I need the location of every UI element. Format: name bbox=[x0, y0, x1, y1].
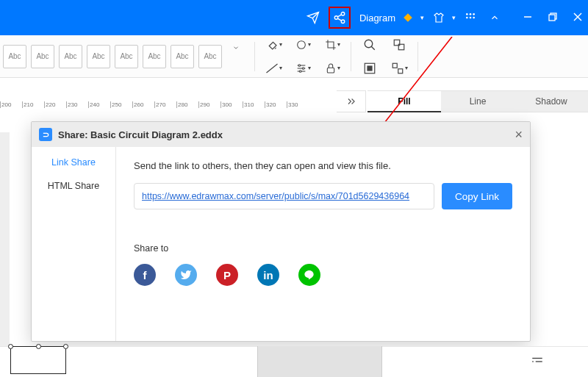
tab-line[interactable]: Line bbox=[441, 91, 514, 112]
collapse-chevron-icon[interactable] bbox=[490, 12, 500, 23]
shirt-icon bbox=[433, 12, 445, 24]
side-panel-tabs: Fill Line Shadow bbox=[368, 90, 588, 112]
svg-point-3 bbox=[466, 13, 468, 15]
selected-shape[interactable] bbox=[10, 346, 66, 374]
style-swatch[interactable]: Abc bbox=[59, 45, 82, 68]
maximize-button[interactable] bbox=[548, 12, 557, 23]
diamond-icon bbox=[403, 12, 413, 23]
crop-icon[interactable]: ▾ bbox=[323, 35, 342, 54]
copy-link-button[interactable]: Copy Link bbox=[442, 183, 512, 209]
horizontal-scrollbar[interactable] bbox=[257, 346, 382, 377]
tab-shadow[interactable]: Shadow bbox=[514, 91, 588, 112]
social-buttons: f P in bbox=[134, 264, 512, 286]
dialog-header: ⊃ Share: Basic Circuit Diagram 2.eddx × bbox=[32, 122, 530, 147]
style-swatch[interactable]: Abc bbox=[115, 45, 138, 68]
svg-line-15 bbox=[266, 64, 277, 73]
svg-point-20 bbox=[302, 67, 304, 69]
pinterest-icon[interactable]: P bbox=[216, 264, 238, 286]
panel-collapse-button[interactable] bbox=[337, 90, 366, 112]
style-swatch[interactable]: Abc bbox=[143, 45, 166, 68]
svg-point-0 bbox=[341, 12, 345, 16]
nav-link-share[interactable]: Link Share bbox=[51, 157, 96, 168]
svg-point-14 bbox=[297, 40, 305, 49]
adjust-icon[interactable]: ▾ bbox=[293, 59, 312, 78]
share-url-field[interactable]: https://www.edrawmax.com/server/public/s… bbox=[134, 183, 434, 209]
select-all-icon[interactable] bbox=[360, 59, 379, 78]
dialog-nav: Link Share HTML Share bbox=[32, 147, 116, 341]
svg-point-21 bbox=[299, 70, 301, 72]
titlebar: Diagram ▾ ▾ bbox=[0, 0, 588, 35]
instruction-text: Send the link to others, then they can o… bbox=[134, 160, 512, 171]
dialog-main: Send the link to others, then they can o… bbox=[116, 147, 530, 341]
style-swatch[interactable]: Abc bbox=[3, 45, 26, 68]
chevron-down-icon[interactable] bbox=[226, 38, 245, 57]
style-swatch[interactable]: Abc bbox=[198, 45, 222, 68]
svg-point-1 bbox=[334, 16, 338, 20]
share-to-label: Share to bbox=[134, 243, 512, 254]
send-icon[interactable] bbox=[306, 11, 320, 24]
style-swatch[interactable]: Abc bbox=[171, 45, 194, 68]
ribbon-toolbar: Abc Abc Abc Abc Abc Abc Abc Abc ▾ ▾ ▾ ▾ … bbox=[0, 35, 588, 78]
close-icon[interactable]: × bbox=[514, 127, 523, 143]
svg-rect-28 bbox=[368, 66, 372, 71]
linkedin-icon[interactable]: in bbox=[257, 264, 279, 286]
style-swatch[interactable]: Abc bbox=[31, 45, 54, 68]
dialog-title: Share: Basic Circuit Diagram 2.eddx bbox=[58, 129, 509, 140]
line-icon[interactable] bbox=[298, 264, 320, 286]
svg-rect-30 bbox=[398, 68, 402, 73]
diagram-dropdown[interactable]: Diagram ▾ bbox=[359, 12, 424, 24]
svg-point-5 bbox=[473, 13, 475, 15]
twitter-icon[interactable] bbox=[175, 264, 197, 286]
search-icon[interactable] bbox=[360, 35, 379, 54]
svg-point-4 bbox=[470, 13, 472, 15]
facebook-icon[interactable]: f bbox=[134, 264, 156, 286]
chevron-down-icon: ▾ bbox=[420, 14, 424, 21]
app-logo-icon: ⊃ bbox=[39, 128, 52, 141]
svg-rect-11 bbox=[549, 15, 555, 21]
replace-icon[interactable] bbox=[390, 35, 409, 54]
shirt-dropdown[interactable]: ▾ bbox=[433, 12, 456, 24]
svg-rect-22 bbox=[327, 68, 334, 73]
svg-point-23 bbox=[365, 40, 373, 48]
lock-icon[interactable]: ▾ bbox=[323, 59, 342, 78]
svg-point-8 bbox=[473, 17, 475, 19]
diagram-label: Diagram bbox=[359, 12, 395, 24]
shape-outline-icon[interactable]: ▾ bbox=[293, 35, 312, 54]
svg-line-24 bbox=[371, 46, 375, 50]
group-icon[interactable]: ▾ bbox=[390, 59, 409, 78]
share-icon[interactable] bbox=[329, 7, 351, 29]
share-dialog: ⊃ Share: Basic Circuit Diagram 2.eddx × … bbox=[31, 121, 531, 342]
svg-point-2 bbox=[341, 20, 345, 24]
style-swatch[interactable]: Abc bbox=[87, 45, 110, 68]
close-button[interactable] bbox=[573, 12, 582, 23]
line-style-icon[interactable]: ▾ bbox=[264, 59, 283, 78]
svg-point-7 bbox=[470, 17, 472, 19]
canvas-margin bbox=[0, 132, 10, 375]
fill-bucket-icon[interactable]: ▾ bbox=[264, 35, 283, 54]
chevron-down-icon: ▾ bbox=[452, 14, 456, 21]
minimize-button[interactable] bbox=[523, 12, 532, 23]
svg-point-19 bbox=[298, 64, 301, 66]
tab-fill[interactable]: Fill bbox=[368, 91, 441, 112]
layout-icon[interactable] bbox=[531, 355, 544, 371]
svg-rect-29 bbox=[392, 63, 397, 68]
svg-point-6 bbox=[466, 17, 468, 19]
nav-html-share[interactable]: HTML Share bbox=[48, 181, 99, 191]
apps-icon[interactable] bbox=[465, 12, 476, 24]
horizontal-ruler: 2002102202302402502602702802903003103203… bbox=[0, 101, 309, 115]
